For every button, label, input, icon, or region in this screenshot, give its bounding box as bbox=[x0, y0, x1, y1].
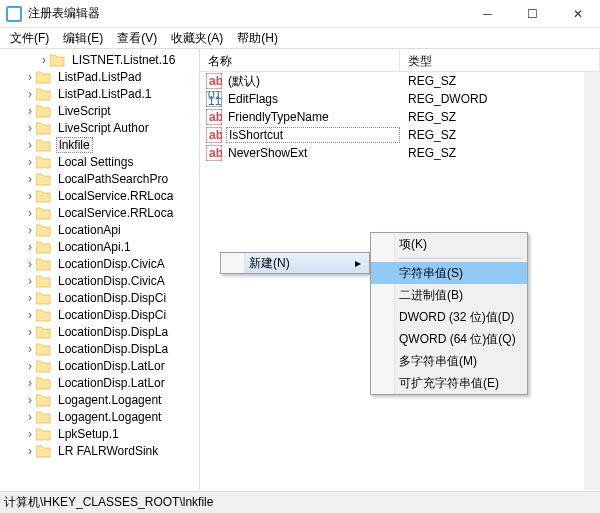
folder-icon bbox=[36, 155, 52, 169]
folder-icon bbox=[36, 70, 52, 84]
expander-icon[interactable]: › bbox=[24, 427, 36, 441]
tree-item[interactable]: ›Logagent.Logagent bbox=[0, 408, 199, 425]
tree-item[interactable]: ›LocationDisp.LatLor bbox=[0, 374, 199, 391]
tree-item[interactable]: ›LocationDisp.DispCi bbox=[0, 306, 199, 323]
tree-item-label: LiveScript Author bbox=[56, 121, 151, 135]
context-menu[interactable]: 新建(N) ▸ bbox=[220, 252, 370, 274]
tree-item[interactable]: ›LocationDisp.CivicA bbox=[0, 272, 199, 289]
expander-icon[interactable]: › bbox=[24, 104, 36, 118]
list-row[interactable]: EditFlagsREG_DWORD bbox=[200, 90, 600, 108]
ctx-item-label: 多字符串值(M) bbox=[399, 353, 477, 370]
tree-item[interactable]: ›LocalPathSearchPro bbox=[0, 170, 199, 187]
tree-item-label: LpkSetup.1 bbox=[56, 427, 121, 441]
menu-file[interactable]: 文件(F) bbox=[4, 28, 55, 49]
list-header: 名称 类型 bbox=[200, 49, 600, 72]
tree-item[interactable]: ›LISTNET.Listnet.16 bbox=[0, 51, 199, 68]
expander-icon[interactable]: › bbox=[24, 393, 36, 407]
ctx-item-dword[interactable]: DWORD (32 位)值(D) bbox=[371, 306, 527, 328]
expander-icon[interactable]: › bbox=[24, 189, 36, 203]
ctx-item-label: 新建(N) bbox=[249, 255, 290, 272]
expander-icon[interactable]: › bbox=[24, 291, 36, 305]
ctx-item-key[interactable]: 项(K) bbox=[371, 233, 527, 255]
expander-icon[interactable]: › bbox=[24, 342, 36, 356]
tree-item[interactable]: ›LocationDisp.CivicA bbox=[0, 255, 199, 272]
expander-icon[interactable]: › bbox=[24, 172, 36, 186]
col-header-name[interactable]: 名称 bbox=[200, 49, 400, 71]
menu-favorites[interactable]: 收藏夹(A) bbox=[165, 28, 229, 49]
list-row[interactable]: (默认)REG_SZ bbox=[200, 72, 600, 90]
ctx-item-new[interactable]: 新建(N) ▸ bbox=[221, 253, 369, 273]
tree-item[interactable]: ›LocationDisp.DispCi bbox=[0, 289, 199, 306]
tree-item-label: LocalService.RRLoca bbox=[56, 206, 175, 220]
tree-item[interactable]: ›ListPad.ListPad bbox=[0, 68, 199, 85]
menu-help[interactable]: 帮助(H) bbox=[231, 28, 284, 49]
expander-icon[interactable]: › bbox=[24, 121, 36, 135]
tree-item[interactable]: ›LiveScript bbox=[0, 102, 199, 119]
ctx-item-label: DWORD (32 位)值(D) bbox=[399, 309, 514, 326]
folder-icon bbox=[36, 427, 52, 441]
ctx-item-binary[interactable]: 二进制值(B) bbox=[371, 284, 527, 306]
ctx-item-label: 项(K) bbox=[399, 236, 427, 253]
list-row[interactable]: FriendlyTypeNameREG_SZ bbox=[200, 108, 600, 126]
value-string-icon bbox=[206, 73, 222, 89]
tree-item[interactable]: ›Local Settings bbox=[0, 153, 199, 170]
ctx-item-string[interactable]: 字符串值(S) bbox=[371, 262, 527, 284]
expander-icon[interactable]: › bbox=[24, 155, 36, 169]
value-type: REG_SZ bbox=[400, 128, 456, 142]
close-button[interactable]: ✕ bbox=[555, 0, 600, 28]
value-type: REG_DWORD bbox=[400, 92, 487, 106]
ctx-item-qword[interactable]: QWORD (64 位)值(Q) bbox=[371, 328, 527, 350]
maximize-button[interactable]: ☐ bbox=[510, 0, 555, 28]
expander-icon[interactable]: › bbox=[24, 223, 36, 237]
expander-icon[interactable]: › bbox=[24, 359, 36, 373]
expander-icon[interactable]: › bbox=[24, 325, 36, 339]
expander-icon[interactable]: › bbox=[24, 240, 36, 254]
folder-icon bbox=[36, 87, 52, 101]
context-submenu[interactable]: 项(K) 字符串值(S) 二进制值(B) DWORD (32 位)值(D) QW… bbox=[370, 232, 528, 395]
expander-icon[interactable]: › bbox=[24, 87, 36, 101]
tree-item[interactable]: ›LpkSetup.1 bbox=[0, 425, 199, 442]
ctx-item-label: 字符串值(S) bbox=[399, 265, 463, 282]
ctx-item-multi[interactable]: 多字符串值(M) bbox=[371, 350, 527, 372]
tree-item[interactable]: ›LiveScript Author bbox=[0, 119, 199, 136]
ctx-item-label: QWORD (64 位)值(Q) bbox=[399, 331, 516, 348]
ctx-item-expand[interactable]: 可扩充字符串值(E) bbox=[371, 372, 527, 394]
tree-item[interactable]: ›LocalService.RRLoca bbox=[0, 204, 199, 221]
expander-icon[interactable]: › bbox=[24, 444, 36, 458]
tree-item[interactable]: ›LocationDisp.DispLa bbox=[0, 323, 199, 340]
list-row[interactable]: IsShortcutREG_SZ bbox=[200, 126, 600, 144]
folder-icon bbox=[36, 206, 52, 220]
minimize-button[interactable]: ─ bbox=[465, 0, 510, 28]
expander-icon[interactable]: › bbox=[24, 138, 36, 152]
value-name: FriendlyTypeName bbox=[226, 110, 400, 124]
tree-item[interactable]: ›LocationDisp.LatLor bbox=[0, 357, 199, 374]
tree-item[interactable]: ›ListPad.ListPad.1 bbox=[0, 85, 199, 102]
tree-item[interactable]: ›LocationDisp.DispLa bbox=[0, 340, 199, 357]
tree-pane[interactable]: ›LISTNET.Listnet.16›ListPad.ListPad›List… bbox=[0, 49, 200, 490]
expander-icon[interactable]: › bbox=[24, 257, 36, 271]
tree-item-label: LocationDisp.LatLor bbox=[56, 376, 167, 390]
scrollbar-vertical[interactable] bbox=[584, 72, 600, 490]
col-header-type[interactable]: 类型 bbox=[400, 49, 600, 71]
tree-item-label: Logagent.Logagent bbox=[56, 393, 163, 407]
menu-edit[interactable]: 编辑(E) bbox=[57, 28, 109, 49]
expander-icon[interactable]: › bbox=[24, 206, 36, 220]
value-type: REG_SZ bbox=[400, 74, 456, 88]
expander-icon[interactable]: › bbox=[24, 410, 36, 424]
expander-icon[interactable]: › bbox=[38, 53, 50, 67]
tree-item[interactable]: ›lnkfile bbox=[0, 136, 199, 153]
expander-icon[interactable]: › bbox=[24, 308, 36, 322]
tree-item[interactable]: ›Logagent.Logagent bbox=[0, 391, 199, 408]
tree-item[interactable]: ›LocalService.RRLoca bbox=[0, 187, 199, 204]
expander-icon[interactable]: › bbox=[24, 376, 36, 390]
tree-item[interactable]: ›LocationApi bbox=[0, 221, 199, 238]
list-row[interactable]: NeverShowExtREG_SZ bbox=[200, 144, 600, 162]
menu-view[interactable]: 查看(V) bbox=[111, 28, 163, 49]
expander-icon[interactable]: › bbox=[24, 274, 36, 288]
value-string-icon bbox=[206, 127, 222, 143]
status-path: 计算机\HKEY_CLASSES_ROOT\lnkfile bbox=[4, 494, 213, 511]
tree-item[interactable]: ›LocationApi.1 bbox=[0, 238, 199, 255]
tree-item[interactable]: ›LR FALRWordSink bbox=[0, 442, 199, 459]
expander-icon[interactable]: › bbox=[24, 70, 36, 84]
tree-item-label: Local Settings bbox=[56, 155, 135, 169]
